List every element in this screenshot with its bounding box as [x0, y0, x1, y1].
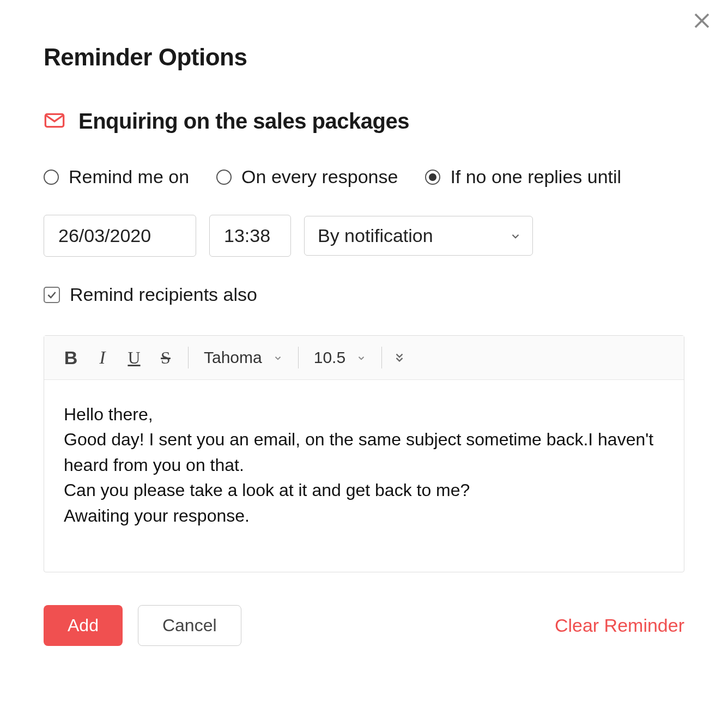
bold-button[interactable]: B	[55, 343, 87, 372]
toolbar-divider	[381, 347, 382, 368]
font-family-value: Tahoma	[204, 348, 262, 367]
message-line: Awaiting your response.	[64, 503, 664, 528]
message-line: Good day! I sent you an email, on the sa…	[64, 427, 664, 478]
dialog-footer: Add Cancel Clear Reminder	[44, 605, 684, 646]
message-line: Can you please take a look at it and get…	[64, 478, 664, 503]
double-chevron-down-icon	[393, 352, 405, 364]
font-size-value: 10.5	[314, 348, 345, 367]
editor-textarea[interactable]: Hello there, Good day! I sent you an ema…	[44, 380, 684, 572]
underline-button[interactable]: U	[118, 343, 150, 372]
radio-label: If no one replies until	[450, 166, 621, 188]
font-size-select[interactable]: 10.5	[305, 348, 375, 367]
checkbox-label: Remind recipients also	[70, 284, 257, 305]
radio-on-every-response[interactable]: On every response	[216, 166, 398, 188]
select-value: By notification	[318, 225, 433, 246]
close-icon	[692, 11, 712, 31]
toolbar-divider	[188, 347, 189, 368]
dialog-title: Reminder Options	[44, 44, 684, 71]
message-editor: B I U S Tahoma 10.5	[44, 335, 684, 572]
notification-method-select[interactable]: By notification	[304, 216, 533, 256]
editor-toolbar: B I U S Tahoma 10.5	[44, 336, 684, 380]
font-family-select[interactable]: Tahoma	[195, 348, 292, 367]
time-input[interactable]	[209, 215, 291, 257]
mail-icon	[44, 110, 65, 134]
strikethrough-button[interactable]: S	[150, 343, 181, 372]
italic-button[interactable]: I	[87, 343, 118, 372]
radio-icon	[216, 170, 232, 185]
radio-remind-me-on[interactable]: Remind me on	[44, 166, 189, 188]
add-button[interactable]: Add	[44, 605, 123, 646]
checkbox-icon	[44, 287, 60, 303]
footer-left: Add Cancel	[44, 605, 241, 646]
chevron-down-icon	[356, 348, 366, 367]
radio-label: On every response	[241, 166, 398, 188]
close-button[interactable]	[692, 11, 712, 33]
message-line: Hello there,	[64, 402, 664, 427]
chevron-down-icon	[509, 225, 521, 246]
radio-label: Remind me on	[69, 166, 189, 188]
reminder-inputs-row: By notification	[44, 215, 684, 257]
date-input[interactable]	[44, 215, 196, 257]
toolbar-divider	[298, 347, 299, 368]
subject-text: Enquiring on the sales packages	[78, 109, 409, 134]
remind-recipients-checkbox[interactable]: Remind recipients also	[44, 284, 684, 305]
reminder-type-radios: Remind me on On every response If no one…	[44, 166, 684, 188]
chevron-down-icon	[273, 348, 283, 367]
cancel-button[interactable]: Cancel	[138, 605, 241, 646]
radio-if-no-one-replies[interactable]: If no one replies until	[425, 166, 621, 188]
clear-reminder-link[interactable]: Clear Reminder	[555, 615, 684, 636]
radio-icon	[44, 170, 59, 185]
reminder-options-dialog: Reminder Options Enquiring on the sales …	[0, 0, 728, 701]
toolbar-more-button[interactable]	[389, 352, 410, 364]
radio-icon	[425, 170, 440, 185]
subject-row: Enquiring on the sales packages	[44, 109, 684, 134]
